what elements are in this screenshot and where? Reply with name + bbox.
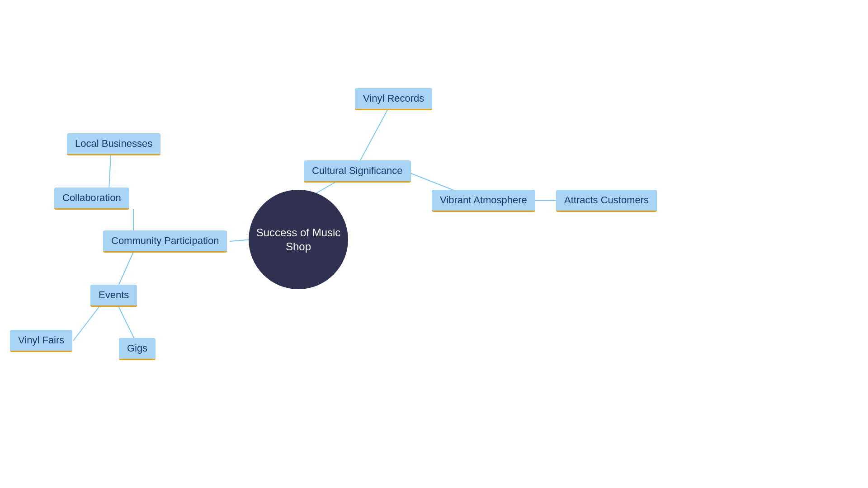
node-collaboration: Collaboration xyxy=(54,188,129,210)
node-vinyl-records: Vinyl Records xyxy=(355,88,432,110)
node-attracts-customers: Attracts Customers xyxy=(556,190,657,212)
node-vinyl-fairs: Vinyl Fairs xyxy=(10,330,72,352)
node-gigs: Gigs xyxy=(119,338,156,360)
node-events: Events xyxy=(90,285,137,307)
node-vibrant-atmosphere: Vibrant Atmosphere xyxy=(432,190,535,212)
center-node: Success of Music Shop xyxy=(249,190,348,289)
node-local-businesses: Local Businesses xyxy=(67,133,160,155)
connection-line-8 xyxy=(73,306,99,341)
center-label: Success of Music Shop xyxy=(249,225,348,253)
node-cultural-significance: Cultural Significance xyxy=(304,160,411,183)
node-community-participation: Community Participation xyxy=(103,230,227,253)
